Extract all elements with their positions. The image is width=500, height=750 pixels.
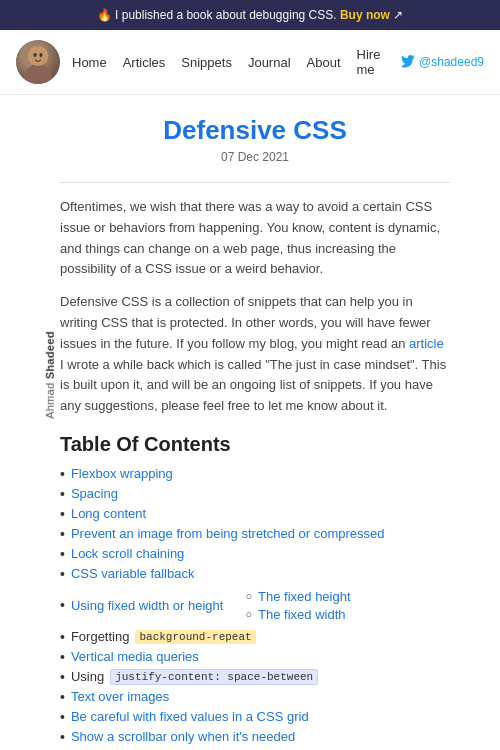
twitter-link[interactable]: @shadeed9: [401, 55, 484, 69]
code-tag-justify-content: justify-content: space-between: [110, 669, 318, 685]
list-item: Prevent an image from being stretched or…: [60, 526, 450, 542]
navigation: Home Articles Snippets Journal About Hir…: [0, 30, 500, 95]
twitter-handle: @shadeed9: [419, 55, 484, 69]
svg-point-3: [34, 53, 37, 57]
toc-label: Using: [71, 669, 104, 684]
toc-list: Flexbox wrapping Spacing Long content Pr…: [60, 466, 450, 750]
toc-sub-link[interactable]: The fixed width: [258, 607, 345, 622]
nav-links: Home Articles Snippets Journal About Hir…: [72, 47, 401, 77]
toc-label: Forgetting: [71, 629, 130, 644]
intro-paragraph-2: Defensive CSS is a collection of snippet…: [60, 292, 450, 417]
toc-link[interactable]: Vertical media queries: [71, 649, 199, 664]
list-item: Be careful with fixed values in a CSS gr…: [60, 709, 450, 725]
toc-link[interactable]: Using fixed width or height: [71, 598, 223, 613]
toc-link[interactable]: Be careful with fixed values in a CSS gr…: [71, 709, 309, 724]
author-sidebar-label: Ahmad Shadeed: [44, 331, 56, 419]
list-item: Vertical media queries: [60, 649, 450, 665]
code-tag-background-repeat: background-repeat: [135, 630, 255, 644]
nav-articles[interactable]: Articles: [123, 55, 166, 70]
list-item: The fixed width: [245, 607, 350, 622]
list-item: Long content: [60, 506, 450, 522]
list-item: Lock scroll chaining: [60, 546, 450, 562]
article-title: Defensive CSS: [60, 115, 450, 146]
toc-link[interactable]: Flexbox wrapping: [71, 466, 173, 481]
toc-link[interactable]: Long content: [71, 506, 146, 521]
avatar-image: [16, 40, 60, 84]
list-item: Show a scrollbar only when it's needed: [60, 729, 450, 745]
list-item: Spacing: [60, 486, 450, 502]
list-item: Text over images: [60, 689, 450, 705]
list-item: The fixed height: [245, 589, 350, 604]
toc-link[interactable]: Lock scroll chaining: [71, 546, 184, 561]
banner-link[interactable]: Buy now: [340, 8, 390, 22]
nav-journal[interactable]: Journal: [248, 55, 291, 70]
svg-point-4: [40, 53, 43, 57]
toc-sub-link[interactable]: The fixed height: [258, 589, 351, 604]
article-link[interactable]: article: [409, 336, 444, 351]
nav-about[interactable]: About: [307, 55, 341, 70]
list-item: CSS variable fallback: [60, 566, 450, 582]
main-content: Defensive CSS 07 Dec 2021 Oftentimes, we…: [0, 95, 500, 750]
avatar: [16, 40, 60, 84]
toc-link[interactable]: Text over images: [71, 689, 169, 704]
nav-home[interactable]: Home: [72, 55, 107, 70]
banner-text: I published a book about debugging CSS.: [115, 8, 337, 22]
list-item: Flexbox wrapping: [60, 466, 450, 482]
toc-link[interactable]: CSS variable fallback: [71, 566, 195, 581]
nav-snippets[interactable]: Snippets: [181, 55, 232, 70]
toc-link[interactable]: Prevent an image from being stretched or…: [71, 526, 385, 541]
intro-paragraph-1: Oftentimes, we wish that there was a way…: [60, 197, 450, 280]
nav-hire[interactable]: Hire me: [357, 47, 402, 77]
toc-sub-list: The fixed height The fixed width: [229, 589, 350, 625]
twitter-icon: [401, 55, 415, 69]
toc-link[interactable]: Spacing: [71, 486, 118, 501]
list-item: Forgetting background-repeat: [60, 629, 450, 645]
toc-link[interactable]: Show a scrollbar only when it's needed: [71, 729, 295, 744]
banner-arrow: ↗: [393, 8, 403, 22]
toc-heading: Table Of Contents: [60, 433, 450, 456]
article-date: 07 Dec 2021: [60, 150, 450, 164]
announcement-banner: 🔥 I published a book about debugging CSS…: [0, 0, 500, 30]
divider: [60, 182, 450, 183]
list-item: Using justify-content: space-between: [60, 669, 450, 685]
banner-emoji: 🔥: [97, 8, 112, 22]
svg-point-2: [28, 46, 48, 66]
svg-point-1: [24, 64, 52, 84]
list-item: Using fixed width or height The fixed he…: [60, 586, 450, 625]
